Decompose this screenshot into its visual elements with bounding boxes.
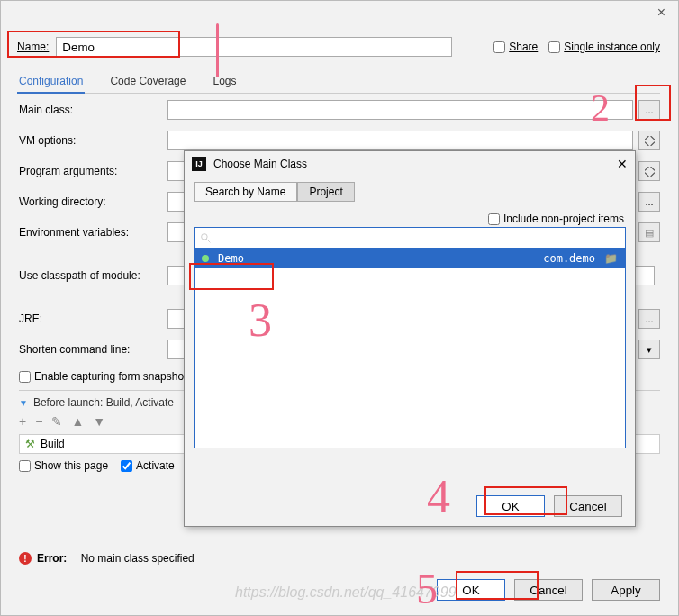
ok-button[interactable]: OK [437, 579, 505, 601]
config-tabs: Configuration Code Coverage Logs [17, 73, 660, 94]
search-icon [200, 232, 212, 244]
folder-icon: 📁 [604, 252, 618, 265]
up-icon[interactable]: ▲ [71, 414, 84, 429]
expand-args-button[interactable] [638, 161, 660, 181]
env-vars-label: Environment variables: [19, 226, 167, 239]
cancel-button[interactable]: Cancel [514, 579, 583, 601]
name-label: Name: [17, 41, 49, 53]
modal-title: Choose Main Class [213, 158, 307, 170]
error-message: ! Error: No main class specified [19, 552, 195, 565]
tab-logs[interactable]: Logs [211, 73, 238, 89]
modal-cancel-button[interactable]: Cancel [554, 495, 622, 517]
modal-close-icon[interactable]: ✕ [617, 157, 628, 171]
search-input[interactable] [212, 231, 620, 245]
dialog-buttons: OK Cancel Apply [437, 579, 660, 601]
activate-checkbox[interactable]: Activate [121, 459, 175, 472]
down-icon[interactable]: ▼ [93, 414, 105, 429]
shorten-label: Shorten command line: [19, 343, 167, 356]
browse-jre-button[interactable]: ... [638, 309, 660, 329]
svg-line-1 [206, 239, 210, 242]
tab-search-by-name[interactable]: Search by Name [194, 182, 297, 202]
main-class-input[interactable] [167, 100, 633, 120]
search-input-wrap[interactable] [194, 227, 626, 249]
add-icon[interactable]: + [19, 414, 26, 429]
remove-icon[interactable]: − [35, 414, 42, 429]
main-class-label: Main class: [19, 104, 167, 116]
working-dir-label: Working directory: [19, 195, 167, 208]
apply-button[interactable]: Apply [592, 579, 660, 601]
jre-label: JRE: [19, 313, 167, 325]
modal-title-bar: IJ Choose Main Class ✕ [185, 151, 635, 177]
browse-wdir-button[interactable]: ... [638, 192, 660, 212]
show-page-checkbox[interactable]: Show this page [19, 459, 108, 472]
svg-point-0 [202, 233, 208, 240]
error-icon: ! [19, 552, 32, 565]
tab-code-coverage[interactable]: Code Coverage [108, 73, 187, 89]
include-nonproject-checkbox[interactable]: Include non-project items [488, 213, 624, 225]
hammer-icon: ⚒ [25, 438, 35, 450]
edit-icon[interactable]: ✎ [51, 414, 62, 429]
watermark: https://blog.csdn.net/qq_41647999 [235, 584, 457, 601]
tab-configuration[interactable]: Configuration [17, 73, 85, 94]
result-item-demo[interactable]: Demo com.demo 📁 [195, 249, 625, 268]
single-instance-checkbox[interactable]: Single instance only [548, 41, 660, 53]
close-icon[interactable]: × [657, 5, 665, 21]
classpath-label: Use classpath of module: [19, 269, 167, 282]
class-icon [202, 255, 209, 262]
vm-options-input[interactable] [167, 131, 633, 150]
name-input[interactable] [56, 37, 452, 57]
intellij-icon: IJ [192, 157, 206, 171]
browse-env-button[interactable]: ▤ [638, 222, 660, 242]
choose-main-class-dialog: IJ Choose Main Class ✕ Search by Name Pr… [184, 150, 636, 527]
browse-main-class-button[interactable]: ... [638, 100, 660, 120]
tab-project[interactable]: Project [297, 182, 354, 202]
name-row: Name: Share Single instance only [17, 37, 660, 57]
program-args-label: Program arguments: [19, 165, 167, 177]
vm-options-label: VM options: [19, 134, 167, 147]
result-list: Demo com.demo 📁 [194, 249, 626, 448]
share-checkbox[interactable]: Share [493, 41, 538, 53]
shorten-dropdown-button[interactable]: ▾ [638, 340, 660, 359]
modal-ok-button[interactable]: OK [476, 495, 545, 517]
expand-vm-button[interactable] [638, 131, 660, 150]
collapse-icon: ▼ [19, 398, 28, 408]
